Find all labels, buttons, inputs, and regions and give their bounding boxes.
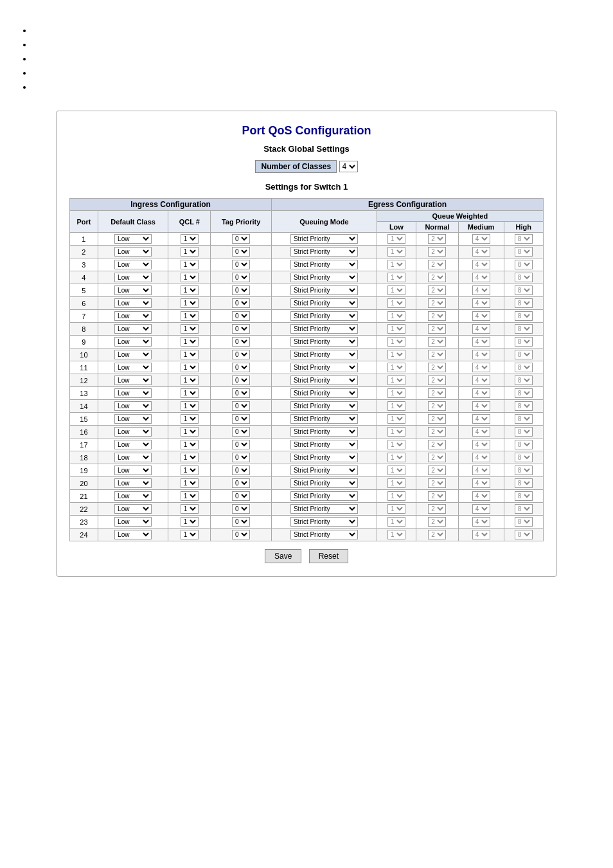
cell-qcl[interactable]: 1234 (168, 413, 211, 426)
cell-tag-priority[interactable]: 01234567 (211, 464, 272, 477)
select-default-class[interactable]: LowNormalMediumHigh (114, 388, 152, 398)
select-medium[interactable]: 12345678 (472, 440, 490, 449)
cell-normal[interactable]: 12345678 (416, 529, 459, 541)
cell-normal[interactable]: 12345678 (416, 477, 459, 490)
select-low[interactable]: 12345678 (387, 337, 405, 347)
cell-tag-priority[interactable]: 01234567 (211, 451, 272, 464)
cell-medium[interactable]: 12345678 (458, 374, 504, 387)
select-queuing-mode[interactable]: Strict PriorityWeighted (290, 478, 358, 488)
cell-default-class[interactable]: LowNormalMediumHigh (98, 284, 168, 297)
select-high[interactable]: 12345678 (515, 440, 533, 449)
cell-high[interactable]: 12345678 (504, 451, 543, 464)
cell-high[interactable]: 12345678 (504, 413, 543, 426)
cell-queuing-mode[interactable]: Strict PriorityWeighted (272, 400, 377, 413)
cell-normal[interactable]: 12345678 (416, 336, 459, 348)
select-qcl[interactable]: 1234 (181, 363, 199, 372)
select-qcl[interactable]: 1234 (181, 478, 199, 488)
cell-high[interactable]: 12345678 (504, 323, 543, 336)
select-normal[interactable]: 12345678 (428, 504, 446, 514)
cell-medium[interactable]: 12345678 (458, 258, 504, 271)
select-tag-priority[interactable]: 01234567 (232, 466, 250, 475)
select-normal[interactable]: 12345678 (428, 453, 446, 462)
select-medium[interactable]: 12345678 (472, 273, 490, 282)
select-high[interactable]: 12345678 (515, 260, 533, 269)
cell-default-class[interactable]: LowNormalMediumHigh (98, 490, 168, 503)
cell-qcl[interactable]: 1234 (168, 439, 211, 451)
cell-tag-priority[interactable]: 01234567 (211, 348, 272, 361)
select-high[interactable]: 12345678 (515, 504, 533, 514)
select-tag-priority[interactable]: 01234567 (232, 517, 250, 527)
select-low[interactable]: 12345678 (387, 363, 405, 372)
cell-high[interactable]: 12345678 (504, 490, 543, 503)
select-queuing-mode[interactable]: Strict PriorityWeighted (290, 504, 358, 514)
cell-high[interactable]: 12345678 (504, 477, 543, 490)
cell-medium[interactable]: 12345678 (458, 477, 504, 490)
select-qcl[interactable]: 1234 (181, 427, 199, 437)
select-queuing-mode[interactable]: Strict PriorityWeighted (290, 453, 358, 462)
cell-medium[interactable]: 12345678 (458, 503, 504, 516)
select-medium[interactable]: 12345678 (472, 311, 490, 321)
select-low[interactable]: 12345678 (387, 504, 405, 514)
select-low[interactable]: 12345678 (387, 401, 405, 411)
cell-queuing-mode[interactable]: Strict PriorityWeighted (272, 297, 377, 310)
select-tag-priority[interactable]: 01234567 (232, 363, 250, 372)
cell-default-class[interactable]: LowNormalMediumHigh (98, 336, 168, 348)
select-medium[interactable]: 12345678 (472, 324, 490, 334)
cell-queuing-mode[interactable]: Strict PriorityWeighted (272, 374, 377, 387)
cell-high[interactable]: 12345678 (504, 233, 543, 246)
select-tag-priority[interactable]: 01234567 (232, 388, 250, 398)
select-normal[interactable]: 12345678 (428, 414, 446, 424)
cell-default-class[interactable]: LowNormalMediumHigh (98, 374, 168, 387)
cell-qcl[interactable]: 1234 (168, 374, 211, 387)
select-queuing-mode[interactable]: Strict PriorityWeighted (290, 466, 358, 475)
select-medium[interactable]: 12345678 (472, 388, 490, 398)
select-high[interactable]: 12345678 (515, 363, 533, 372)
cell-normal[interactable]: 12345678 (416, 284, 459, 297)
cell-tag-priority[interactable]: 01234567 (211, 258, 272, 271)
cell-low[interactable]: 12345678 (377, 284, 416, 297)
select-low[interactable]: 12345678 (387, 311, 405, 321)
cell-tag-priority[interactable]: 01234567 (211, 387, 272, 400)
cell-medium[interactable]: 12345678 (458, 464, 504, 477)
select-tag-priority[interactable]: 01234567 (232, 427, 250, 437)
cell-normal[interactable]: 12345678 (416, 490, 459, 503)
select-low[interactable]: 12345678 (387, 414, 405, 424)
cell-qcl[interactable]: 1234 (168, 284, 211, 297)
cell-tag-priority[interactable]: 01234567 (211, 503, 272, 516)
cell-low[interactable]: 12345678 (377, 413, 416, 426)
cell-normal[interactable]: 12345678 (416, 387, 459, 400)
cell-medium[interactable]: 12345678 (458, 400, 504, 413)
select-low[interactable]: 12345678 (387, 324, 405, 334)
cell-medium[interactable]: 12345678 (458, 387, 504, 400)
cell-normal[interactable]: 12345678 (416, 323, 459, 336)
select-queuing-mode[interactable]: Strict PriorityWeighted (290, 311, 358, 321)
select-default-class[interactable]: LowNormalMediumHigh (114, 247, 152, 257)
cell-default-class[interactable]: LowNormalMediumHigh (98, 246, 168, 258)
cell-queuing-mode[interactable]: Strict PriorityWeighted (272, 310, 377, 323)
select-low[interactable]: 12345678 (387, 517, 405, 527)
select-medium[interactable]: 12345678 (472, 466, 490, 475)
cell-tag-priority[interactable]: 01234567 (211, 297, 272, 310)
cell-tag-priority[interactable]: 01234567 (211, 323, 272, 336)
select-high[interactable]: 12345678 (515, 324, 533, 334)
select-qcl[interactable]: 1234 (181, 260, 199, 269)
select-default-class[interactable]: LowNormalMediumHigh (114, 298, 152, 308)
cell-medium[interactable]: 12345678 (458, 284, 504, 297)
select-high[interactable]: 12345678 (515, 466, 533, 475)
select-qcl[interactable]: 1234 (181, 324, 199, 334)
cell-tag-priority[interactable]: 01234567 (211, 310, 272, 323)
select-qcl[interactable]: 1234 (181, 414, 199, 424)
select-qcl[interactable]: 1234 (181, 440, 199, 449)
select-high[interactable]: 12345678 (515, 337, 533, 347)
select-default-class[interactable]: LowNormalMediumHigh (114, 311, 152, 321)
cell-low[interactable]: 12345678 (377, 490, 416, 503)
cell-normal[interactable]: 12345678 (416, 271, 459, 284)
select-normal[interactable]: 12345678 (428, 247, 446, 257)
select-queuing-mode[interactable]: Strict PriorityWeighted (290, 260, 358, 269)
cell-normal[interactable]: 12345678 (416, 310, 459, 323)
cell-default-class[interactable]: LowNormalMediumHigh (98, 297, 168, 310)
select-default-class[interactable]: LowNormalMediumHigh (114, 401, 152, 411)
cell-queuing-mode[interactable]: Strict PriorityWeighted (272, 246, 377, 258)
select-tag-priority[interactable]: 01234567 (232, 324, 250, 334)
select-tag-priority[interactable]: 01234567 (232, 298, 250, 308)
